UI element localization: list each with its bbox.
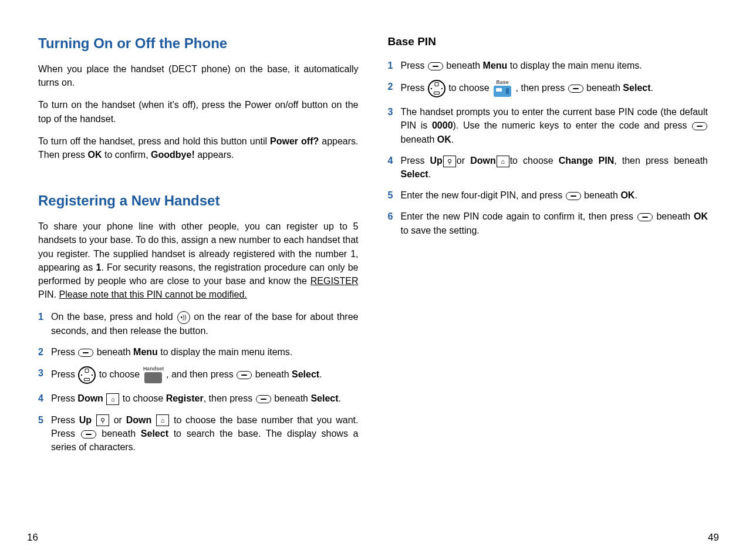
- text-goodbye: Goodbye!: [151, 150, 195, 160]
- softkey-icon: [692, 122, 707, 130]
- heading-turning-on-off: Turning On or Off the Phone: [38, 35, 359, 52]
- text-menu: Menu: [133, 347, 158, 357]
- softkey-icon: [566, 192, 581, 200]
- text: To turn off the handset, press and hold …: [38, 136, 270, 146]
- page-number-left: 16: [27, 532, 38, 544]
- text: On the base, press and hold: [51, 312, 177, 322]
- up-key-icon: ⚲: [96, 414, 109, 426]
- down-key-icon: ⌂: [106, 393, 119, 405]
- text: Enter the new four-digit PIN, and press: [401, 190, 565, 200]
- step-num: 5: [388, 188, 393, 202]
- text-register: Register: [166, 393, 204, 403]
- text: to save the setting.: [401, 225, 480, 235]
- text: , then press beneath: [614, 156, 708, 166]
- para-auto-on: When you place the handset (DECT phone) …: [38, 62, 359, 89]
- text-select: Select: [292, 370, 319, 380]
- text: to confirm,: [102, 150, 151, 160]
- text: beneath: [97, 429, 141, 438]
- text-ok: OK: [694, 211, 708, 221]
- text: .: [339, 393, 341, 403]
- softkey-icon: [568, 85, 583, 93]
- text: PIN.: [38, 289, 59, 299]
- text: Press: [51, 370, 77, 380]
- para-turn-on: To turn on the handset (when it's off), …: [38, 98, 359, 125]
- step-num: 2: [388, 80, 393, 93]
- text: ). Use the numeric keys to enter the cod…: [453, 120, 691, 130]
- softkey-icon: [256, 395, 271, 403]
- text-down: Down: [77, 393, 103, 403]
- text-select: Select: [401, 169, 428, 179]
- step-num: 1: [388, 59, 393, 72]
- text: appears.: [195, 150, 234, 160]
- step-4: 4 Press Up⚲or Down⌂to choose Change PIN,…: [388, 154, 708, 181]
- right-column: Base PIN 1 Press beneath Menu to display…: [373, 35, 723, 542]
- step-3: 3 Press to choose Handset , and then pre…: [38, 366, 359, 384]
- text: , then press: [513, 83, 568, 93]
- text-power-off: Power off?: [270, 136, 319, 146]
- text: Press: [51, 393, 77, 403]
- step-4: 4 Press Down ⌂ to choose Register, then …: [38, 392, 359, 405]
- text: or: [457, 156, 470, 166]
- text-ok: OK: [87, 150, 102, 160]
- text-ok: OK: [620, 190, 634, 200]
- step-num: 4: [388, 154, 393, 167]
- text: .: [651, 83, 653, 93]
- step-2: 2 Press to choose Base , then press bene…: [388, 80, 708, 97]
- text-menu: Menu: [483, 60, 508, 70]
- step-num: 2: [38, 345, 43, 359]
- text: .: [634, 190, 637, 200]
- softkey-icon: [78, 349, 93, 357]
- softkey-icon: [237, 371, 252, 379]
- steps-base-pin: 1 Press beneath Menu to display the main…: [388, 59, 708, 237]
- up-key-icon: ⚲: [443, 156, 456, 167]
- left-column: Turning On or Off the Phone When you pla…: [23, 35, 373, 542]
- nav-key-icon: [428, 80, 445, 97]
- nav-key-icon: [78, 366, 96, 384]
- text-down: Down: [126, 415, 152, 425]
- handset-app-icon: Handset: [143, 367, 163, 383]
- text: .: [428, 169, 431, 179]
- text-up: Up: [430, 156, 442, 166]
- text-select: Select: [623, 83, 650, 93]
- text-ok: OK: [437, 134, 451, 144]
- text: Press: [51, 415, 79, 425]
- text: beneath: [582, 190, 621, 200]
- step-num: 6: [388, 210, 393, 223]
- text: beneath: [252, 370, 292, 380]
- text-0000: 0000: [432, 120, 453, 130]
- step-6: 6 Enter the new PIN code again to confir…: [388, 210, 708, 237]
- text: , then press: [204, 393, 255, 403]
- step-num: 1: [38, 310, 43, 323]
- steps-register: 1 On the base, press and hold •)) on the…: [38, 310, 359, 454]
- text: to choose: [96, 370, 142, 380]
- step-1: 1 Press beneath Menu to display the main…: [388, 59, 708, 72]
- text: Press: [401, 60, 427, 70]
- text: to choose: [120, 393, 166, 403]
- step-5: 5 Press Up ⚲ or Down ⌂ to choose the bas…: [38, 413, 359, 454]
- text: beneath: [272, 393, 311, 403]
- text: beneath: [653, 211, 694, 221]
- text: beneath: [444, 60, 483, 70]
- text: to display the main menu items.: [158, 347, 292, 357]
- page-number-right: 49: [708, 532, 719, 544]
- text: or: [110, 415, 126, 425]
- text-down: Down: [470, 156, 496, 166]
- text: to choose: [510, 156, 559, 166]
- step-num: 3: [38, 366, 43, 380]
- heading-registering: Registering a New Handset: [38, 193, 359, 209]
- step-3: 3 The handset prompts you to enter the c…: [388, 105, 708, 146]
- step-num: 3: [388, 105, 393, 119]
- text: Press: [51, 347, 77, 357]
- text-pin-note: Please note that this PIN cannot be modi…: [59, 289, 247, 299]
- base-app-icon: Base: [492, 80, 512, 97]
- step-5: 5 Enter the new four-digit PIN, and pres…: [388, 188, 708, 202]
- text: beneath: [584, 83, 623, 93]
- text: , and then press: [164, 370, 237, 380]
- text-up: Up: [79, 415, 92, 425]
- para-turn-off: To turn off the handset, press and hold …: [38, 134, 359, 161]
- step-1: 1 On the base, press and hold •)) on the…: [38, 310, 359, 338]
- para-register-intro: To share your phone line with other peop…: [38, 220, 359, 301]
- text: beneath: [94, 347, 133, 357]
- down-key-icon: ⌂: [497, 156, 509, 167]
- softkey-icon: [637, 213, 653, 221]
